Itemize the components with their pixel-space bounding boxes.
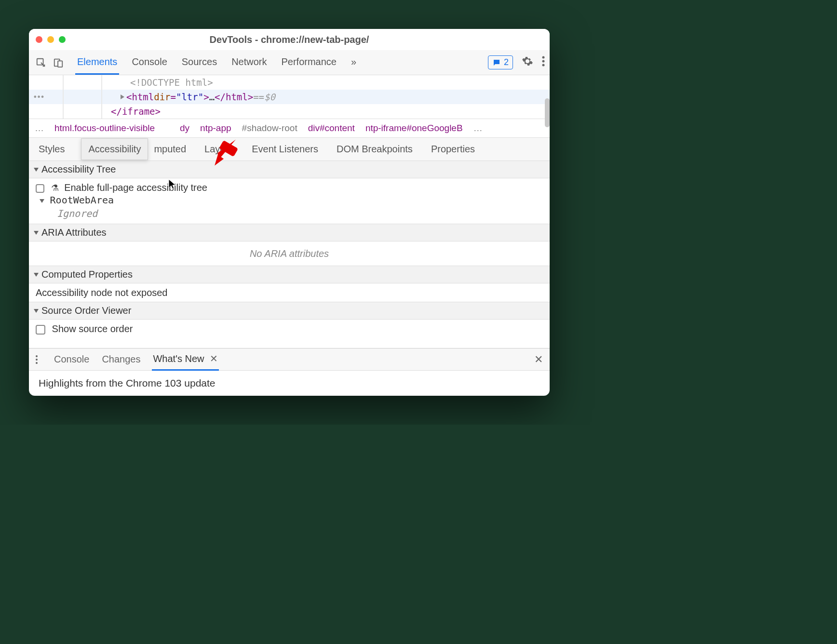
- drawer-tab-whatsnew[interactable]: What's New ✕: [152, 348, 219, 371]
- sidebar-tab-accessibility[interactable]: Accessibility: [81, 138, 148, 160]
- computed-not-exposed: Accessibility node not exposed: [29, 283, 550, 302]
- sidebar-tab-dom-breakpoints[interactable]: DOM Breakpoints: [335, 139, 415, 160]
- experiment-icon: ⚗: [51, 183, 59, 193]
- dom-html-row[interactable]: <html dir="ltr">…</html> == $0: [29, 90, 550, 104]
- sidebar-tab-styles[interactable]: Styles: [37, 139, 67, 160]
- section-aria-attributes[interactable]: ARIA Attributes: [29, 224, 550, 242]
- breadcrumb-ntp-app[interactable]: ntp-app: [200, 123, 231, 134]
- issues-badge[interactable]: 2: [488, 55, 513, 69]
- drawer: Console Changes What's New ✕ ✕ Highlight…: [29, 348, 550, 396]
- drawer-tabs: Console Changes What's New ✕ ✕: [29, 349, 550, 371]
- tab-network[interactable]: Network: [230, 51, 269, 75]
- chevron-down-icon: [34, 273, 39, 277]
- chevron-down-icon[interactable]: [40, 199, 44, 203]
- chevron-down-icon: [34, 168, 39, 172]
- ax-tree-ignored[interactable]: Ignored: [36, 207, 543, 220]
- svg-point-5: [542, 64, 545, 67]
- cursor-icon: [168, 178, 176, 191]
- tab-elements[interactable]: Elements: [75, 51, 119, 75]
- sidebar-tabs: Styles Accessibility mputed Layout Event…: [29, 138, 550, 161]
- show-source-order-checkbox[interactable]: [36, 325, 45, 335]
- device-toggle-icon[interactable]: [51, 55, 66, 70]
- chevron-down-icon: [34, 231, 39, 235]
- issues-count: 2: [504, 57, 509, 67]
- close-window-button[interactable]: [36, 36, 42, 43]
- whatsnew-highlight: Highlights from the Chrome 103 update: [29, 371, 550, 396]
- window-title: DevTools - chrome://new-tab-page/: [29, 34, 550, 45]
- chevron-down-icon: [34, 309, 39, 313]
- more-icon[interactable]: [542, 56, 545, 69]
- section-source-order[interactable]: Source Order Viewer: [29, 302, 550, 320]
- accessibility-tree-body: ⚗ Enable full-page accessibility tree Ro…: [29, 178, 550, 224]
- expand-icon[interactable]: [121, 94, 124, 99]
- breadcrumb-overflow-right[interactable]: …: [473, 123, 483, 134]
- breadcrumb-body[interactable]: dy: [180, 123, 189, 134]
- svg-point-3: [542, 56, 545, 59]
- inspect-element-icon[interactable]: [34, 55, 48, 70]
- close-tab-icon[interactable]: ✕: [210, 353, 218, 364]
- svg-rect-2: [58, 61, 62, 67]
- breadcrumb-html[interactable]: html.focus-outline-visible: [54, 123, 155, 134]
- drawer-tab-console[interactable]: Console: [53, 349, 90, 370]
- dom-iframe-close: </iframe>: [111, 106, 161, 117]
- panel-tabs: Elements Console Sources Network Perform…: [75, 51, 479, 75]
- no-aria-message: No ARIA attributes: [29, 242, 550, 266]
- enable-fullpage-checkbox[interactable]: [36, 184, 44, 193]
- dom-breadcrumb[interactable]: … html.focus-outline-visible dy ntp-app …: [29, 119, 550, 138]
- sidebar-tab-properties[interactable]: Properties: [429, 139, 477, 160]
- close-drawer-icon[interactable]: ✕: [534, 353, 543, 366]
- breadcrumb-overflow-left[interactable]: …: [35, 123, 44, 134]
- window-controls: [36, 36, 66, 43]
- breadcrumb-shadow-root[interactable]: #shadow-root: [242, 123, 297, 134]
- sidebar-tab-computed[interactable]: mputed: [152, 139, 188, 160]
- svg-marker-6: [213, 154, 224, 165]
- show-source-order-row[interactable]: Show source order: [29, 320, 550, 338]
- annotation-arrow-icon: [204, 132, 243, 171]
- drawer-more-icon[interactable]: [36, 355, 38, 364]
- elements-dom-tree[interactable]: <!DOCTYPE html> <html dir="ltr">…</html>…: [29, 75, 550, 119]
- devtools-window: DevTools - chrome://new-tab-page/ Elemen…: [29, 29, 550, 396]
- tab-sources[interactable]: Sources: [180, 51, 219, 75]
- breadcrumb-ntp-iframe[interactable]: ntp-iframe#oneGoogleB: [365, 123, 463, 134]
- tab-performance[interactable]: Performance: [280, 51, 339, 75]
- zoom-window-button[interactable]: [59, 36, 66, 43]
- main-toolbar: Elements Console Sources Network Perform…: [29, 50, 550, 75]
- enable-fullpage-row[interactable]: ⚗ Enable full-page accessibility tree: [36, 182, 543, 193]
- scrollbar-thumb[interactable]: [545, 98, 550, 127]
- tab-console[interactable]: Console: [130, 51, 169, 75]
- drawer-tab-changes[interactable]: Changes: [101, 349, 141, 370]
- sidebar-tab-event-listeners[interactable]: Event Listeners: [250, 139, 320, 160]
- section-accessibility-tree[interactable]: Accessibility Tree: [29, 161, 550, 178]
- tabs-overflow-button[interactable]: »: [349, 51, 358, 75]
- dom-doctype: <!DOCTYPE html>: [130, 77, 213, 88]
- settings-icon[interactable]: [522, 55, 533, 69]
- section-computed-properties[interactable]: Computed Properties: [29, 266, 550, 283]
- window-titlebar: DevTools - chrome://new-tab-page/: [29, 29, 550, 50]
- ax-tree-root[interactable]: RootWebArea: [36, 193, 543, 207]
- svg-point-4: [542, 60, 545, 63]
- breadcrumb-div-content[interactable]: div#content: [308, 123, 355, 134]
- minimize-window-button[interactable]: [47, 36, 54, 43]
